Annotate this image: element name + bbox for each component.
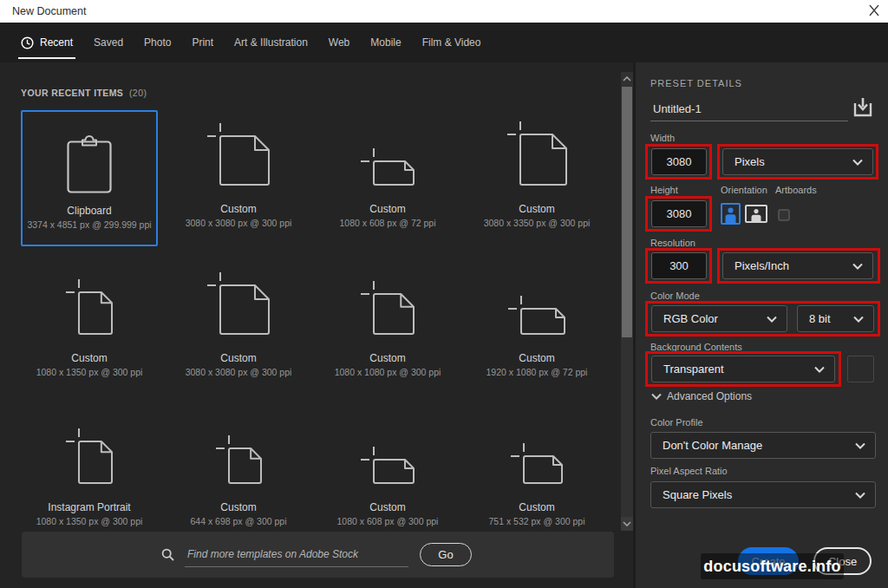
template-size: 3080 x 3080 px @ 300 ppi bbox=[170, 218, 307, 228]
template-size: 1080 x 608 px @ 300 ppi bbox=[319, 516, 456, 526]
scrollbar-down-icon[interactable] bbox=[621, 517, 633, 531]
template-size: 1080 x 1350 px @ 300 ppi bbox=[21, 516, 158, 526]
chevron-down-icon bbox=[855, 442, 865, 449]
close-icon[interactable] bbox=[864, 2, 885, 21]
document-page-icon bbox=[21, 415, 158, 486]
tab-mobile[interactable]: Mobile bbox=[370, 23, 401, 62]
template-item-custom[interactable]: Custom1080 x 608 px @ 72 ppi bbox=[319, 110, 456, 246]
template-size: 1080 x 1080 px @ 300 ppi bbox=[319, 367, 456, 377]
background-contents-label: Background Contents bbox=[650, 342, 742, 352]
template-name: Custom bbox=[468, 352, 605, 364]
pixel-aspect-ratio-dropdown[interactable]: Square Pixels bbox=[650, 481, 876, 508]
template-item-instagram-portrait[interactable]: Instagram Portrait1080 x 1350 px @ 300 p… bbox=[21, 408, 158, 545]
tab-film-video[interactable]: Film & Video bbox=[422, 23, 481, 62]
template-name: Custom bbox=[319, 352, 456, 364]
template-name: Custom bbox=[319, 203, 456, 215]
tab-saved[interactable]: Saved bbox=[94, 23, 123, 62]
scrollbar-thumb[interactable] bbox=[622, 87, 632, 337]
template-item-custom[interactable]: Custom3080 x 3350 px @ 300 ppi bbox=[468, 110, 605, 246]
orientation-landscape-button[interactable] bbox=[745, 205, 767, 223]
resolution-unit-dropdown[interactable]: Pixels/Inch bbox=[722, 252, 873, 279]
resolution-input[interactable]: 300 bbox=[651, 252, 707, 279]
template-item-custom[interactable]: Custom1080 x 608 px @ 300 ppi bbox=[319, 408, 456, 545]
document-page-icon bbox=[21, 266, 158, 336]
template-item-custom[interactable]: Custom751 x 532 px @ 300 ppi bbox=[468, 408, 605, 545]
document-page-icon bbox=[170, 266, 307, 336]
template-size: 751 x 532 px @ 300 ppi bbox=[468, 516, 605, 526]
chevron-down-icon bbox=[855, 492, 865, 499]
template-item-custom[interactable]: Custom1080 x 1080 px @ 300 ppi bbox=[319, 259, 456, 395]
window-title: New Document bbox=[12, 0, 86, 23]
template-name: Clipboard bbox=[23, 205, 156, 217]
resolution-label: Resolution bbox=[650, 238, 695, 248]
document-page-icon bbox=[319, 266, 456, 336]
background-contents-dropdown[interactable]: Transparent bbox=[651, 356, 835, 382]
document-page-icon bbox=[468, 117, 605, 187]
search-icon bbox=[160, 547, 176, 563]
tab-photo[interactable]: Photo bbox=[144, 23, 171, 62]
chevron-down-icon bbox=[852, 159, 863, 166]
color-mode-dropdown[interactable]: RGB Color bbox=[651, 305, 787, 332]
document-page-icon bbox=[170, 415, 307, 486]
height-label: Height bbox=[650, 185, 678, 195]
templates-panel: YOUR RECENT ITEMS (20) Clipboard3374 x 4… bbox=[0, 62, 634, 588]
color-profile-dropdown[interactable]: Don't Color Manage bbox=[650, 432, 876, 459]
scrollbar-up-icon[interactable] bbox=[621, 72, 633, 86]
category-tabbar: RecentSavedPhotoPrintArt & IllustrationW… bbox=[0, 23, 888, 62]
tab-print[interactable]: Print bbox=[192, 23, 213, 62]
template-size: 1080 x 1350 px @ 300 ppi bbox=[21, 367, 158, 377]
template-name: Custom bbox=[468, 203, 605, 215]
orientation-label: Orientation bbox=[721, 185, 767, 195]
stock-search-bar: Find more templates on Adobe Stock Go bbox=[22, 532, 614, 578]
template-item-custom[interactable]: Custom644 x 698 px @ 300 ppi bbox=[170, 408, 307, 545]
tab-recent[interactable]: Recent bbox=[21, 23, 73, 62]
template-size: 3080 x 3080 px @ 300 ppi bbox=[170, 367, 307, 377]
color-profile-label: Color Profile bbox=[650, 417, 703, 428]
document-page-icon bbox=[468, 266, 605, 336]
scrollbar[interactable] bbox=[621, 72, 633, 531]
dialog-titlebar: New Document bbox=[0, 0, 888, 23]
bit-depth-dropdown[interactable]: 8 bit bbox=[797, 305, 874, 332]
template-item-custom[interactable]: Custom1920 x 1080 px @ 72 ppi bbox=[468, 259, 605, 395]
recent-items-heading: YOUR RECENT ITEMS (20) bbox=[21, 88, 147, 98]
background-color-swatch[interactable] bbox=[847, 356, 874, 382]
watermark: docusoftware.info bbox=[701, 553, 844, 579]
width-label: Width bbox=[650, 133, 675, 143]
artboards-checkbox[interactable] bbox=[778, 209, 790, 221]
document-page-icon bbox=[319, 117, 456, 187]
template-item-custom[interactable]: Custom3080 x 3080 px @ 300 ppi bbox=[170, 110, 307, 246]
orientation-portrait-button[interactable] bbox=[721, 203, 741, 225]
height-input[interactable]: 3080 bbox=[651, 200, 707, 227]
template-name: Instagram Portrait bbox=[21, 501, 158, 513]
document-page-icon bbox=[319, 415, 456, 486]
width-input[interactable]: 3080 bbox=[651, 148, 707, 175]
preset-details-heading: PRESET DETAILS bbox=[650, 78, 742, 88]
tab-art-illustration[interactable]: Art & Illustration bbox=[234, 23, 308, 62]
save-preset-icon[interactable] bbox=[853, 96, 872, 118]
artboards-label: Artboards bbox=[775, 185, 817, 195]
chevron-down-icon bbox=[651, 393, 662, 400]
template-name: Custom bbox=[170, 352, 307, 364]
template-name: Custom bbox=[468, 501, 605, 513]
chevron-down-icon bbox=[852, 263, 863, 270]
stock-search-input[interactable]: Find more templates on Adobe Stock bbox=[185, 543, 408, 567]
template-item-custom[interactable]: Custom1080 x 1350 px @ 300 ppi bbox=[21, 259, 158, 395]
template-size: 3080 x 3350 px @ 300 ppi bbox=[468, 218, 605, 228]
template-item-clipboard[interactable]: Clipboard3374 x 4851 px @ 299.999 ppi bbox=[21, 110, 158, 246]
color-mode-label: Color Mode bbox=[650, 291, 700, 301]
template-name: Custom bbox=[170, 203, 307, 215]
document-page-icon bbox=[468, 415, 605, 486]
tab-web[interactable]: Web bbox=[329, 23, 349, 62]
template-size: 1920 x 1080 px @ 72 ppi bbox=[468, 367, 605, 377]
template-size: 1080 x 608 px @ 72 ppi bbox=[319, 218, 456, 228]
chevron-down-icon bbox=[767, 316, 777, 323]
clipboard-icon bbox=[23, 119, 156, 193]
chevron-down-icon bbox=[814, 366, 825, 373]
document-name-input[interactable]: Untitled-1 bbox=[650, 99, 848, 121]
template-name: Custom bbox=[319, 501, 456, 513]
template-item-custom[interactable]: Custom3080 x 3080 px @ 300 ppi bbox=[170, 259, 307, 395]
template-size: 3374 x 4851 px @ 299.999 ppi bbox=[23, 219, 156, 230]
advanced-options-toggle[interactable]: Advanced Options bbox=[651, 390, 752, 402]
go-button[interactable]: Go bbox=[420, 543, 472, 566]
width-unit-dropdown[interactable]: Pixels bbox=[722, 148, 873, 175]
